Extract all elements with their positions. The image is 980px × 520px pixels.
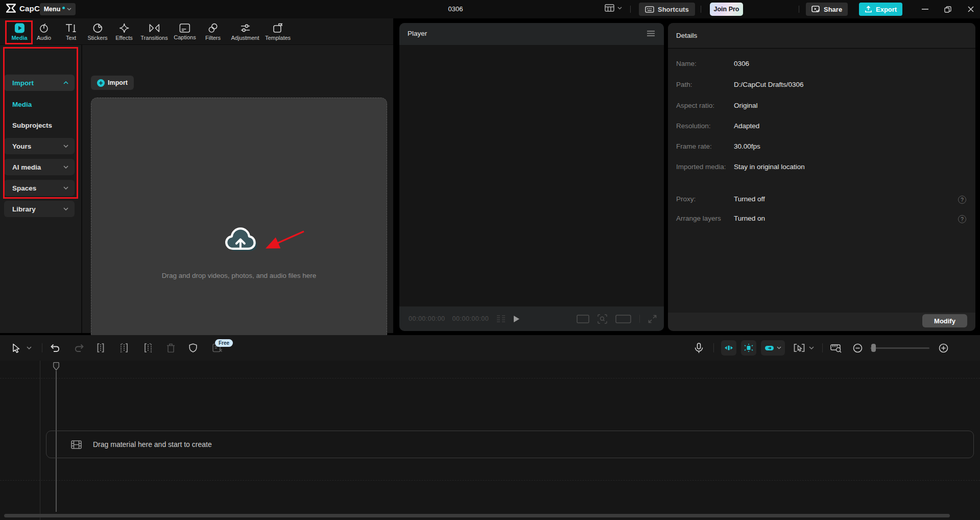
tab-transitions[interactable]: Transitions	[140, 18, 168, 45]
layout-icon	[605, 4, 614, 12]
sidebar-item-yours[interactable]: Yours	[4, 138, 75, 154]
chevron-down-icon	[63, 145, 68, 148]
main-track-magnet-toggle[interactable]	[721, 340, 736, 356]
cover-button[interactable]	[189, 335, 197, 361]
media-import-area: Import Drag and drop videos, photos, and…	[82, 45, 393, 333]
timeline-dropzone[interactable]: Drag material here and start to create	[46, 431, 974, 458]
tab-effects[interactable]: Effects	[115, 18, 132, 45]
divider	[639, 315, 640, 323]
free-badge: Free	[215, 339, 233, 347]
sidebar-item-subprojects[interactable]: Subprojects	[4, 117, 75, 133]
tab-adjustment[interactable]: Adjustment	[231, 18, 259, 45]
undo-icon	[50, 344, 60, 352]
track-select-dropdown[interactable]	[809, 335, 814, 361]
share-label: Share	[824, 6, 842, 13]
share-button[interactable]: Share	[806, 3, 848, 16]
media-dropzone[interactable]: Drag and drop videos, photos, and audio …	[91, 98, 387, 348]
tab-media[interactable]: Media	[11, 18, 27, 45]
undo-button[interactable]	[50, 335, 60, 361]
minimize-button[interactable]	[918, 4, 931, 14]
sidebar-item-media[interactable]: Media	[4, 96, 75, 112]
detail-row-name: Name: 0306	[676, 60, 971, 70]
split-left-button[interactable]	[119, 335, 129, 361]
aspect-ratio-icon[interactable]	[577, 315, 589, 323]
menu-button[interactable]: Menu	[40, 3, 76, 15]
select-tool-button[interactable]	[12, 335, 21, 361]
maximize-button[interactable]	[941, 4, 954, 14]
zoom-out-icon	[853, 343, 863, 353]
sidebar-item-spaces[interactable]: Spaces	[4, 180, 75, 196]
chevron-down-icon	[809, 346, 814, 349]
track-select-mode-button[interactable]	[794, 335, 805, 361]
track-guide-line	[0, 480, 980, 481]
export-icon	[865, 6, 872, 13]
shortcuts-button[interactable]: Shortcuts	[639, 3, 695, 16]
export-button[interactable]: Export	[859, 3, 902, 16]
layout-switch-button[interactable]	[605, 4, 622, 12]
zoom-in-button[interactable]	[939, 335, 948, 361]
split-icon	[96, 343, 105, 352]
redo-button[interactable]	[74, 335, 84, 361]
divider	[42, 343, 42, 352]
chevron-down-icon	[27, 346, 32, 349]
chevron-down-icon	[63, 207, 68, 210]
modify-button[interactable]: Modify	[922, 314, 967, 327]
text-icon	[65, 23, 77, 33]
divider	[713, 343, 714, 352]
play-icon[interactable]	[513, 315, 520, 323]
details-header: Details	[668, 23, 975, 49]
close-button[interactable]	[964, 4, 977, 14]
sidebar-item-ai-media[interactable]: AI media	[4, 159, 75, 175]
tab-filters[interactable]: Filters	[205, 18, 221, 45]
tab-captions[interactable]: Captions	[174, 18, 196, 45]
track-start-line	[40, 361, 40, 520]
horizontal-scrollbar[interactable]	[4, 514, 950, 517]
frame-view-icon[interactable]	[496, 315, 506, 323]
timeline-zoom-slider-handle[interactable]	[871, 344, 876, 352]
zoom-fit-icon[interactable]	[597, 314, 607, 324]
capcut-logo-icon	[6, 4, 16, 13]
timeline-section: Free	[0, 335, 980, 520]
details-title: Details	[676, 32, 697, 39]
timeline-zoom-slider[interactable]	[870, 347, 929, 349]
split-right-button[interactable]	[144, 335, 153, 361]
share-icon	[811, 6, 820, 13]
split-button[interactable]	[96, 335, 105, 361]
divider	[630, 6, 631, 13]
player-menu-button[interactable]	[647, 31, 655, 36]
help-icon[interactable]: ?	[958, 196, 966, 204]
zoom-in-icon	[939, 343, 948, 353]
zoom-out-button[interactable]	[853, 335, 863, 361]
preview-axis-button[interactable]	[830, 335, 842, 361]
auto-ripple-toggle[interactable]	[741, 340, 756, 356]
menu-label: Menu	[44, 6, 61, 13]
divider	[799, 6, 799, 13]
tab-text[interactable]: Text	[65, 18, 77, 45]
detail-row-aspect-ratio: Aspect ratio: Original	[676, 102, 971, 112]
export-label: Export	[876, 6, 897, 13]
import-button[interactable]: Import	[91, 76, 134, 90]
join-pro-button[interactable]: Join Pro	[710, 3, 743, 16]
sidebar-item-import[interactable]: Import	[4, 75, 75, 91]
record-voiceover-button[interactable]	[695, 335, 703, 361]
select-tool-dropdown[interactable]	[27, 335, 32, 361]
asset-tabbar: Media Audio Text Stickers Effects Transi…	[0, 18, 393, 45]
tab-stickers[interactable]: Stickers	[87, 18, 107, 45]
playhead-timecode: 00:00:00:00	[409, 315, 445, 322]
resolution-icon[interactable]	[615, 315, 631, 323]
microphone-icon	[695, 343, 703, 353]
tab-audio[interactable]: Audio	[37, 18, 51, 45]
magnet-snap-icon	[724, 345, 733, 351]
help-icon[interactable]: ?	[958, 215, 966, 223]
delete-button[interactable]	[166, 335, 175, 361]
effects-icon	[119, 23, 129, 33]
tab-templates[interactable]: Templates	[265, 18, 291, 45]
detail-row-arrange-layers: Arrange layers Turned on ?	[676, 215, 971, 225]
sidebar-item-library[interactable]: Library	[4, 201, 75, 217]
playhead-marker[interactable]	[52, 362, 60, 371]
fullscreen-icon[interactable]	[648, 315, 657, 323]
detail-row-path: Path: D:/CapCut Drafts/0306	[676, 81, 971, 91]
link-preview-toggle[interactable]	[761, 340, 785, 356]
film-icon	[71, 440, 82, 449]
trash-icon	[166, 343, 175, 352]
